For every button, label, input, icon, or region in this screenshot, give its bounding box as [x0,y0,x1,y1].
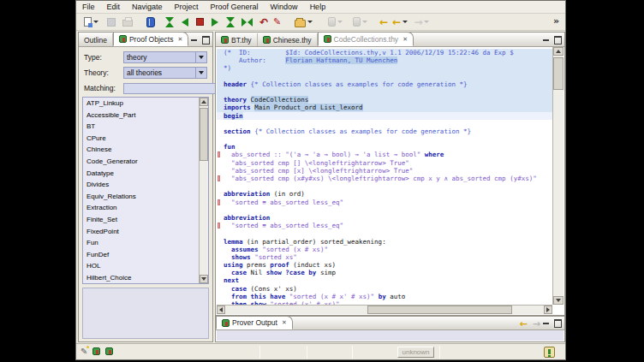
perspective-switcher-chevron-icon[interactable]: » [553,15,559,27]
tab-label: CodeCollections.thy [334,35,399,44]
maximize-icon[interactable] [553,318,561,326]
theory-list-item[interactable]: Equiv_Relations [83,191,208,203]
theory-list-item[interactable]: FunDef [83,249,208,261]
theory-list-item[interactable]: FixedPoint [83,226,208,238]
theory-list-item[interactable]: Accessible_Part [83,110,208,122]
menu-file[interactable]: File [76,1,101,14]
run-button[interactable] [327,15,343,30]
scroll-right-icon[interactable] [544,306,552,314]
chevron-down-icon[interactable] [307,21,313,23]
chevron-down-icon[interactable] [362,21,367,23]
maximize-icon[interactable] [201,35,209,43]
annotation-marker [218,223,220,228]
restart-prover-button[interactable]: ↶ [259,15,269,30]
theory-list-item[interactable]: Divides [83,179,208,191]
back-arrow-icon[interactable]: ← [520,318,528,329]
scrollbar-thumb[interactable] [367,306,512,314]
debug-button[interactable] [352,15,368,30]
theory-list-item[interactable]: ATP_Linkup [83,98,208,110]
theory-list[interactable]: ATP_LinkupAccessible_PartBTCPureChineseC… [82,97,209,284]
matching-input[interactable] [123,83,224,94]
editor-line: "sorted ≡ abs_sorted less_eq" [217,199,552,206]
goto-cursor-button[interactable] [241,15,253,30]
tab-proof-objects[interactable]: Proof Objects✕ [113,32,188,46]
tab-prover-output[interactable]: Prover Output✕ [216,316,293,329]
chevron-down-icon[interactable] [402,21,408,23]
scrollbar-thumb[interactable] [553,57,564,90]
interrupt-button[interactable] [195,15,205,30]
editor-text-area[interactable]: (* ID: $Id: CodeCollections.thy,v 1.1 20… [217,47,552,305]
editor-vertical-scrollbar[interactable] [552,47,564,305]
theory-list-item[interactable]: Fun [83,237,208,249]
editor-line: imports Main Product_ord List_lexord [217,104,552,111]
scroll-down-icon[interactable] [200,275,208,283]
theory-list-scrollbar[interactable] [199,98,208,283]
activate-scripting-button[interactable] [146,15,156,30]
forward-arrow-icon[interactable]: → [533,318,540,329]
editor-view: BT.thyChinese.thyCodeCollections.thy✕ (*… [215,32,565,316]
theory-list-item[interactable]: Extraction [83,202,208,214]
theory-dropdown[interactable]: all theories [123,67,207,79]
maximize-icon[interactable] [553,35,561,43]
prover-state-button[interactable]: unknown [397,347,434,358]
menu-help[interactable]: Help [304,1,332,14]
scrollbar-thumb[interactable] [200,108,208,161]
editor-horizontal-scrollbar[interactable] [217,305,552,314]
scroll-down-icon[interactable] [553,296,564,305]
save-button[interactable] [106,15,116,30]
minimize-icon[interactable] [542,318,550,326]
tab-bt-thy[interactable]: BT.thy [216,33,258,46]
tab-label: Outline [84,36,107,45]
retract-all-button[interactable] [164,15,175,30]
editor-line: theory CodeCollections [217,96,552,104]
chevron-down-icon[interactable] [195,52,206,62]
edit-pen-button[interactable]: ✎ [272,15,282,30]
tab-codecollections-thy[interactable]: CodeCollections.thy✕ [318,32,414,46]
fast-view-pen-icon[interactable]: ✎ [80,347,87,356]
theory-list-item[interactable]: Code_Generator [83,156,208,168]
use-to-end-button[interactable] [225,15,236,30]
next-step-button[interactable] [211,15,219,30]
minimize-icon[interactable] [190,35,198,43]
theory-list-item[interactable]: Inductive [83,284,208,285]
tab-chinese-thy[interactable]: Chinese.thy [258,33,318,46]
open-folder-menu-button[interactable] [294,15,313,30]
undo-step-button[interactable] [181,15,189,30]
chevron-down-icon[interactable] [195,68,206,78]
close-icon[interactable]: ✕ [177,36,182,43]
tab-outline[interactable]: Outline [79,33,113,46]
theory-list-item[interactable]: Finite_Set [83,214,208,226]
new-wizard-button[interactable] [83,15,99,30]
prover-output-view: Prover Output✕ ← → [215,316,565,342]
theory-list-item[interactable]: HOL [83,260,208,272]
theory-list-item[interactable]: Datatype [83,168,208,180]
editor-line: (* ID: $Id: CodeCollections.thy,v 1.1 20… [217,49,552,56]
menu-proof-general[interactable]: Proof General [205,1,265,14]
theory-list-item[interactable]: BT [83,121,208,133]
last-edit-location-button[interactable]: ← [379,15,389,30]
chevron-down-icon[interactable] [93,21,98,23]
scroll-up-icon[interactable] [553,47,564,56]
menu-edit[interactable]: Edit [101,1,127,14]
proof-general-fast-view-icon[interactable] [105,347,113,355]
forward-history-button[interactable]: → [413,15,430,30]
theory-list-item[interactable]: CPure [83,133,208,145]
prover-status-icon[interactable] [544,347,555,358]
chevron-down-icon[interactable] [424,21,429,23]
back-history-button[interactable]: ← [391,15,408,30]
theory-list-item[interactable]: Chinese [83,144,208,156]
close-icon[interactable]: ✕ [282,319,287,326]
proof-general-fast-view-icon[interactable] [92,347,100,355]
theory-list-item[interactable]: Hilbert_Choice [83,272,208,284]
menu-window[interactable]: Window [265,1,304,14]
scroll-left-icon[interactable] [217,306,225,314]
scroll-up-icon[interactable] [200,98,208,106]
tab-label: Proof Objects [129,35,174,44]
minimize-icon[interactable] [542,35,550,43]
type-dropdown[interactable]: theory [123,51,207,63]
menu-project[interactable]: Project [169,1,205,14]
chevron-down-icon[interactable] [337,21,343,23]
menu-navigate[interactable]: Navigate [126,1,169,14]
print-button[interactable] [122,15,134,30]
close-icon[interactable]: ✕ [402,36,408,43]
